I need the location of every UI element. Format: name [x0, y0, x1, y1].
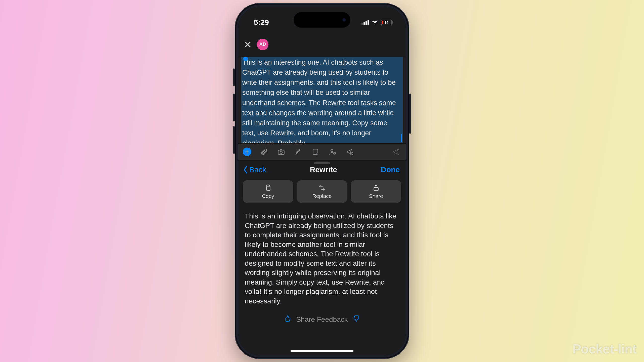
compose-body[interactable]: This is an interesting one. AI chatbots … [238, 57, 406, 143]
side-button [409, 94, 411, 134]
send-icon[interactable] [392, 148, 400, 156]
feedback-row: Share Feedback [238, 306, 406, 333]
status-time: 5:29 [254, 18, 269, 27]
svg-rect-0 [278, 150, 284, 154]
volume-up-button [233, 94, 235, 121]
done-button[interactable]: Done [381, 165, 400, 174]
share-label: Share [369, 193, 383, 199]
volume-down-button [233, 126, 235, 154]
mail-app: AD This is an interesting one. AI chatbo… [238, 7, 406, 355]
avatar-initials: AD [259, 42, 266, 47]
compose-text-content: This is an interesting one. AI chatbots … [242, 58, 396, 143]
writing-tools-sheet: Back Rewrite Done Copy Replace [238, 160, 406, 355]
markup-icon[interactable] [294, 148, 303, 156]
svg-point-1 [280, 151, 282, 153]
wifi-icon [371, 20, 378, 25]
copy-label: Copy [262, 193, 274, 199]
home-indicator[interactable] [291, 350, 353, 352]
replace-label: Replace [312, 193, 332, 199]
thumbs-down-icon[interactable] [353, 315, 360, 324]
compose-header: AD [238, 32, 406, 57]
selection-handle-end[interactable] [401, 134, 402, 142]
sheet-grabber[interactable] [314, 162, 330, 164]
battery-icon: 14 [381, 20, 393, 25]
svg-rect-7 [267, 186, 270, 191]
compose-toolbar [238, 143, 406, 160]
attachment-icon[interactable] [260, 148, 268, 156]
back-label: Back [249, 165, 266, 174]
watermark: Pocket-lint [572, 341, 636, 356]
cellular-icon [361, 20, 369, 25]
sheet-title: Rewrite [310, 165, 337, 174]
scan-document-icon[interactable] [311, 148, 320, 156]
send-later-icon[interactable] [345, 148, 354, 156]
copy-button[interactable]: Copy [243, 180, 293, 203]
thumbs-up-icon[interactable] [284, 315, 291, 324]
replace-button[interactable]: Replace [297, 180, 347, 203]
selected-text[interactable]: This is an interesting one. AI chatbots … [241, 57, 403, 143]
mute-switch [233, 68, 235, 86]
avatar[interactable]: AD [257, 39, 268, 50]
close-icon[interactable] [244, 40, 252, 49]
rewrite-result[interactable]: This is an intriguing observation. AI ch… [238, 203, 406, 306]
contact-add-icon[interactable] [328, 148, 337, 156]
feedback-label[interactable]: Share Feedback [296, 315, 348, 324]
action-row: Copy Replace Share [238, 179, 406, 203]
share-button[interactable]: Share [351, 180, 401, 203]
dynamic-island [294, 12, 350, 28]
screen: 5:29 14 AD [238, 7, 406, 355]
svg-point-4 [331, 149, 333, 152]
add-button[interactable] [243, 148, 251, 156]
camera-icon[interactable] [277, 148, 286, 156]
camera-dot [342, 18, 346, 22]
battery-percent: 14 [384, 20, 388, 24]
back-button[interactable]: Back [242, 165, 266, 174]
iphone-frame: 5:29 14 AD [235, 3, 409, 359]
